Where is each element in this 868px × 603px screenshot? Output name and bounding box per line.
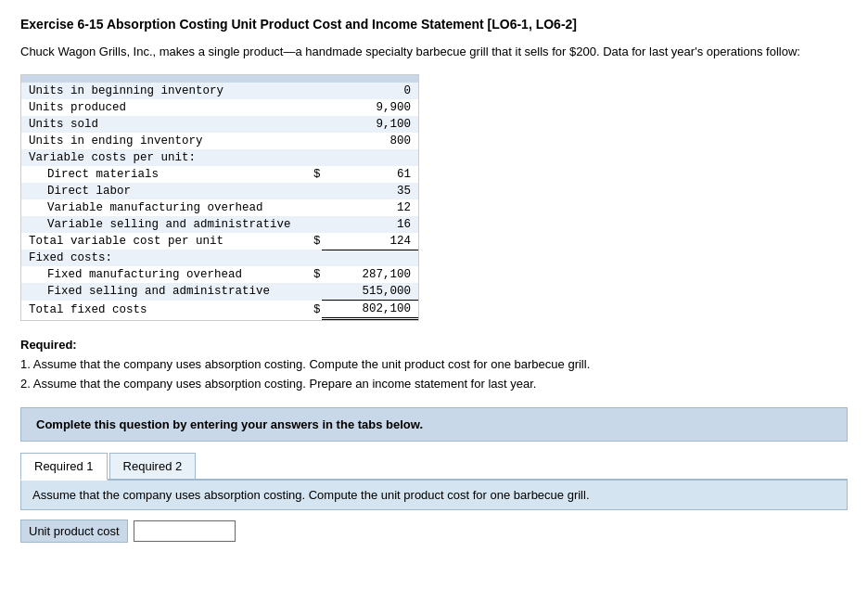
table-cell-amount — [322, 250, 418, 266]
tabs-row: Required 1Required 2 — [20, 453, 848, 481]
table-cell-label: Direct labor — [21, 183, 299, 199]
table-cell-label: Fixed selling and administrative — [21, 283, 299, 301]
table-row: Units produced9,900 — [21, 99, 418, 116]
table-cell-label: Direct materials — [21, 166, 299, 183]
table-cell-label: Variable costs per unit: — [21, 149, 299, 166]
table-row: Direct materials$61 — [21, 166, 418, 183]
required-section: Required: 1. Assume that the company use… — [20, 338, 848, 394]
table-cell-dollar — [299, 133, 322, 149]
data-table-wrapper: Units in beginning inventory0Units produ… — [20, 74, 419, 322]
table-cell-label: Fixed costs: — [21, 250, 299, 266]
table-cell-amount: 124 — [322, 233, 418, 250]
page-title: Exercise 6-15 Absorption Costing Unit Pr… — [20, 17, 848, 32]
unit-product-cost-input[interactable] — [134, 520, 236, 542]
table-row: Fixed selling and administrative515,000 — [21, 283, 418, 301]
table-cell-dollar: $ — [299, 166, 322, 183]
table-row: Variable costs per unit: — [21, 149, 418, 166]
table-header-row — [21, 75, 418, 83]
table-row: Units in ending inventory800 — [21, 133, 418, 149]
table-cell-label: Total variable cost per unit — [21, 233, 299, 250]
intro-text: Chuck Wagon Grills, Inc., makes a single… — [20, 43, 848, 61]
table-cell-dollar — [299, 199, 322, 216]
table-cell-label: Units in ending inventory — [21, 133, 299, 149]
table-row: Fixed manufacturing overhead$287,100 — [21, 266, 418, 283]
table-cell-amount: 287,100 — [322, 266, 418, 283]
table-cell-dollar — [299, 116, 322, 133]
table-cell-label: Variable selling and administrative — [21, 216, 299, 233]
table-cell-label: Variable manufacturing overhead — [21, 199, 299, 216]
table-row: Direct labor35 — [21, 183, 418, 199]
tab-content-instruction: Assume that the company uses absorption … — [20, 481, 848, 510]
data-table: Units in beginning inventory0Units produ… — [21, 75, 418, 321]
table-cell-dollar — [299, 250, 322, 266]
table-cell-label: Units sold — [21, 116, 299, 133]
table-row: Fixed costs: — [21, 250, 418, 266]
tab-required-1[interactable]: Required 1 — [20, 453, 108, 481]
unit-product-cost-label: Unit product cost — [20, 520, 128, 543]
tab-required-2[interactable]: Required 2 — [109, 453, 197, 479]
table-cell-amount: 800 — [322, 133, 418, 149]
table-row: Variable selling and administrative16 — [21, 216, 418, 233]
table-cell-label: Total fixed costs — [21, 301, 299, 319]
table-cell-dollar: $ — [299, 301, 322, 319]
table-cell-label: Fixed manufacturing overhead — [21, 266, 299, 283]
table-cell-amount: 16 — [322, 216, 418, 233]
table-row: Units in beginning inventory0 — [21, 83, 418, 99]
table-cell-dollar — [299, 99, 322, 116]
table-cell-dollar: $ — [299, 233, 322, 250]
input-row: Unit product cost — [20, 520, 848, 543]
table-cell-amount: 515,000 — [322, 283, 418, 301]
table-cell-dollar — [299, 283, 322, 301]
table-cell-amount — [322, 149, 418, 166]
table-cell-amount: 0 — [322, 83, 418, 99]
required-title: Required: — [20, 338, 848, 352]
required-item-2: 2. Assume that the company uses absorpti… — [20, 375, 848, 394]
table-cell-amount: 9,900 — [322, 99, 418, 116]
tabs-instruction: Complete this question by entering your … — [20, 407, 848, 442]
table-cell-dollar — [299, 216, 322, 233]
table-cell-amount: 9,100 — [322, 116, 418, 133]
table-cell-dollar — [299, 183, 322, 199]
table-row: Total fixed costs$802,100 — [21, 301, 418, 319]
table-cell-amount: 61 — [322, 166, 418, 183]
table-cell-amount: 12 — [322, 199, 418, 216]
required-item-1: 1. Assume that the company uses absorpti… — [20, 355, 848, 375]
table-cell-label: Units produced — [21, 99, 299, 116]
table-cell-amount: 35 — [322, 183, 418, 199]
table-cell-dollar — [299, 149, 322, 166]
table-cell-label: Units in beginning inventory — [21, 83, 299, 99]
table-row: Variable manufacturing overhead12 — [21, 199, 418, 216]
table-cell-dollar — [299, 83, 322, 99]
table-row: Total variable cost per unit$124 — [21, 233, 418, 250]
table-cell-amount: 802,100 — [322, 301, 418, 319]
table-cell-dollar: $ — [299, 266, 322, 283]
table-row: Units sold9,100 — [21, 116, 418, 133]
